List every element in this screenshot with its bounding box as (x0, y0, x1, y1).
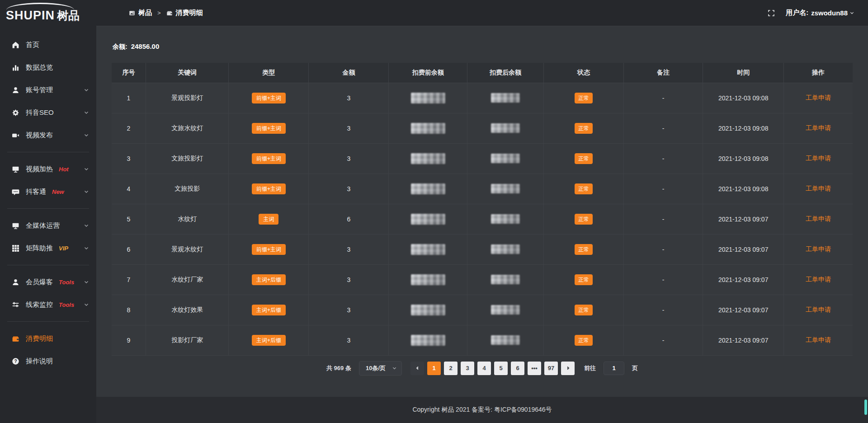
cell-balance-before (389, 325, 467, 355)
redacted-value (491, 335, 520, 345)
logo-arc-decoration (6, 3, 74, 10)
next-page-button[interactable] (561, 362, 575, 375)
column-header: 类型 (229, 63, 309, 83)
window-icon (129, 10, 135, 16)
user-menu[interactable]: 用户名: zswodun88 (786, 9, 854, 17)
cell-status: 正常 (543, 325, 623, 355)
cell-amount: 3 (309, 295, 389, 325)
cell-time: 2021-12-03 09:08 (703, 174, 784, 204)
table-row: 7水纹灯厂家主词+后缀3正常-2021-12-03 09:07工单申请 (112, 264, 853, 295)
chevron-down-icon (84, 132, 89, 138)
chevron-down-icon (84, 279, 89, 285)
sidebar-item-tag: Hot (59, 166, 69, 173)
sidebar-item-operation-guide[interactable]: ?操作说明 (0, 350, 96, 372)
breadcrumb: 树品 > 消费明细 (129, 9, 203, 17)
redacted-value (411, 274, 445, 285)
ellipsis-button[interactable]: ••• (528, 362, 541, 375)
cell-time: 2021-12-03 09:07 (703, 234, 784, 264)
sidebar-item-doukeitong[interactable]: 抖客通New (0, 180, 96, 203)
sidebar-item-clue-monitoring[interactable]: 线索监控Tools (0, 293, 96, 316)
sidebar-item-account-management[interactable]: 账号管理 (0, 79, 96, 101)
sidebar-item-video-heating[interactable]: 视频加热Hot (0, 158, 96, 180)
page-button[interactable]: 4 (477, 362, 491, 375)
sidebar-item-matrix-boost[interactable]: 矩阵助推VIP (0, 237, 96, 259)
sidebar-divider (7, 265, 89, 265)
cell-no: 7 (112, 264, 146, 295)
sidebar-item-consumption-detail[interactable]: 消费明细 (0, 327, 96, 350)
column-header: 备注 (623, 63, 703, 83)
scrollbar-thumb[interactable] (864, 400, 867, 415)
page-button[interactable]: 6 (511, 362, 524, 375)
goto-page-input[interactable] (604, 362, 624, 375)
ticket-apply-link[interactable]: 工单申请 (806, 155, 831, 162)
breadcrumb-item-home[interactable]: 树品 (129, 9, 152, 17)
cell-remark: - (623, 83, 703, 113)
redacted-value (491, 214, 520, 224)
sidebar-item-video-publish[interactable]: 视频发布 (0, 124, 96, 146)
ticket-apply-link[interactable]: 工单申请 (806, 336, 831, 343)
ticket-apply-link[interactable]: 工单申请 (806, 124, 831, 132)
redacted-value (491, 275, 520, 284)
monitor-icon (12, 165, 19, 173)
cell-time: 2021-12-03 09:07 (703, 264, 784, 295)
member-icon (12, 278, 19, 286)
sidebar-item-douyin-seo[interactable]: 抖音SEO (0, 101, 96, 124)
status-badge: 正常 (575, 274, 593, 285)
ticket-apply-link[interactable]: 工单申请 (806, 306, 831, 313)
page-button[interactable]: 5 (494, 362, 508, 375)
page-button[interactable]: 3 (461, 362, 474, 375)
cell-status: 正常 (543, 83, 623, 113)
logo-text: SHUPIN (6, 9, 55, 22)
redacted-value (491, 305, 520, 315)
status-badge: 正常 (575, 183, 593, 194)
cell-keyword: 水纹灯 (146, 204, 229, 234)
ticket-apply-link[interactable]: 工单申请 (806, 94, 831, 101)
sidebar-item-omni-media-operation[interactable]: 全媒体运营 (0, 214, 96, 237)
page-size-select[interactable]: 10条/页 (359, 361, 402, 376)
cell-action: 工单申请 (783, 325, 853, 355)
cell-remark: - (623, 143, 703, 174)
cell-time: 2021-12-03 09:08 (703, 143, 784, 174)
cell-time: 2021-12-03 09:07 (703, 295, 784, 325)
cell-no: 5 (112, 204, 146, 234)
cell-action: 工单申请 (783, 295, 853, 325)
sidebar-item-data-overview[interactable]: 数据总览 (0, 56, 96, 79)
redacted-value (491, 123, 520, 133)
ticket-apply-link[interactable]: 工单申请 (806, 215, 831, 222)
breadcrumb-item-current[interactable]: 消费明细 (166, 9, 203, 17)
cell-amount: 3 (309, 264, 389, 295)
cell-balance-before (389, 143, 467, 174)
column-header: 操作 (783, 63, 853, 83)
wallet-icon (12, 335, 19, 343)
chevron-down-icon (84, 302, 89, 307)
cell-remark: - (623, 174, 703, 204)
fullscreen-icon[interactable] (768, 9, 775, 17)
page-button[interactable]: 2 (444, 362, 458, 375)
page-button[interactable]: 1 (427, 362, 441, 375)
username-label: 用户名: (786, 9, 808, 17)
cell-time: 2021-12-03 09:07 (703, 325, 784, 355)
page-button[interactable]: 97 (544, 362, 558, 375)
cell-amount: 3 (309, 143, 389, 174)
sidebar-item-label: 抖客通 (26, 188, 46, 196)
footer: Copyright 树品 2021 备案号: 粤ICP备09019646号 (96, 397, 868, 423)
table-row: 1景观投影灯前缀+主词3正常-2021-12-03 09:08工单申请 (112, 83, 853, 113)
sidebar-item-member-burst[interactable]: 会员爆客Tools (0, 271, 96, 293)
goto-label: 前往 (584, 364, 596, 372)
redacted-value (491, 93, 520, 103)
type-badge: 主词+后缀 (252, 305, 286, 315)
sidebar-divider (7, 321, 89, 322)
type-badge: 前缀+主词 (252, 244, 286, 255)
brand-logo: SHUPIN树品 (0, 0, 96, 29)
topbar: 树品 > 消费明细 用户名: zswodun88 (96, 0, 868, 26)
sidebar-item-home[interactable]: 首页 (0, 33, 96, 56)
sidebar-item-tag: VIP (59, 245, 68, 252)
cell-type: 前缀+主词 (229, 113, 309, 143)
sidebar-divider (7, 152, 89, 152)
prev-page-button[interactable] (410, 362, 424, 375)
redacted-value (411, 123, 445, 134)
ticket-apply-link[interactable]: 工单申请 (806, 185, 831, 192)
sidebar-item-label: 视频发布 (26, 131, 53, 140)
ticket-apply-link[interactable]: 工单申请 (806, 245, 831, 253)
ticket-apply-link[interactable]: 工单申请 (806, 276, 831, 283)
